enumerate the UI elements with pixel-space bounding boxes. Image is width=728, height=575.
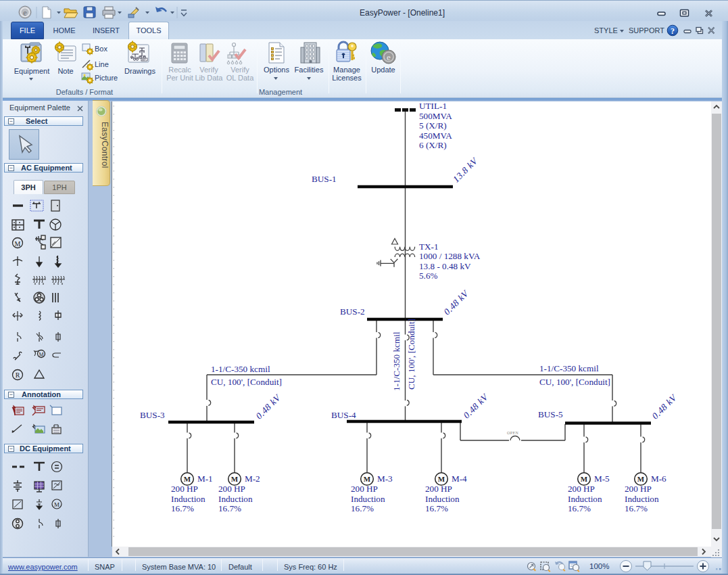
svg-text:16.7%: 16.7% <box>568 503 591 513</box>
svg-text:5 (X/R): 5 (X/R) <box>419 120 447 131</box>
svg-text:M: M <box>15 240 21 248</box>
svg-text:0.48 kV: 0.48 kV <box>462 391 491 420</box>
svg-text:R: R <box>16 371 20 379</box>
svg-text:CU, 100', [Conduit]: CU, 100', [Conduit] <box>539 377 610 387</box>
svg-text:Induction: Induction <box>625 494 659 504</box>
svg-text:6 (X/R): 6 (X/R) <box>419 140 447 150</box>
svg-text:BUS-2: BUS-2 <box>340 306 365 317</box>
svg-text:500MVA: 500MVA <box>419 111 452 121</box>
svg-text:CU, 100', [Conduit]: CU, 100', [Conduit] <box>406 319 416 390</box>
svg-text:1-1/C-350 kcmil: 1-1/C-350 kcmil <box>211 364 270 374</box>
svg-text:M: M <box>438 475 445 483</box>
svg-text:200 HP: 200 HP <box>171 484 198 494</box>
svg-text:Induction: Induction <box>218 494 253 504</box>
svg-text:M-2: M-2 <box>245 474 260 484</box>
svg-text:200 HP: 200 HP <box>425 484 452 494</box>
svg-text:16.7%: 16.7% <box>218 503 241 513</box>
svg-text:200 HP: 200 HP <box>351 484 378 494</box>
svg-text:e: e <box>387 52 391 62</box>
svg-text:BUS-3: BUS-3 <box>140 410 165 420</box>
svg-text:200 HP: 200 HP <box>625 484 652 494</box>
svg-text:BUS-5: BUS-5 <box>538 409 563 419</box>
svg-text:16.7%: 16.7% <box>351 503 374 513</box>
svg-text:1-1/C-350 kcmil: 1-1/C-350 kcmil <box>539 363 599 373</box>
svg-text:Induction: Induction <box>568 494 602 504</box>
svg-text:M: M <box>184 475 191 483</box>
svg-text:BUS-1: BUS-1 <box>312 174 337 184</box>
svg-text:M: M <box>39 352 43 358</box>
svg-text:0.48 kV: 0.48 kV <box>442 288 471 317</box>
svg-text:450MVA: 450MVA <box>419 131 452 141</box>
svg-text:UTIL-1: UTIL-1 <box>419 101 447 111</box>
svg-text:OPEN: OPEN <box>507 431 519 435</box>
svg-text:CU, 100', [Conduit]: CU, 100', [Conduit] <box>211 377 282 387</box>
svg-text:5.6%: 5.6% <box>419 271 437 281</box>
svg-text:1000 / 1288 kVA: 1000 / 1288 kVA <box>419 251 481 261</box>
svg-text:TX-1: TX-1 <box>419 242 439 252</box>
svg-text:M-3: M-3 <box>377 474 393 484</box>
svg-text:200 HP: 200 HP <box>568 484 595 494</box>
svg-text:M-1: M-1 <box>197 474 213 484</box>
svg-text:16.7%: 16.7% <box>425 503 448 513</box>
svg-text:0.48 kV: 0.48 kV <box>650 392 679 421</box>
svg-text:?: ? <box>671 26 675 36</box>
svg-text:M-4: M-4 <box>452 474 467 484</box>
svg-text:M: M <box>364 475 371 483</box>
svg-text:Induction: Induction <box>171 494 205 504</box>
svg-text:M: M <box>231 475 239 483</box>
svg-text:16.7%: 16.7% <box>625 503 648 513</box>
svg-text:13.8 kV: 13.8 kV <box>451 155 480 184</box>
svg-text:Induction: Induction <box>425 494 460 504</box>
svg-text:M-6: M-6 <box>651 474 666 484</box>
svg-text:e: e <box>23 8 26 18</box>
svg-text:M: M <box>54 501 59 508</box>
svg-text:13.8 - 0.48 kV: 13.8 - 0.48 kV <box>419 261 471 271</box>
svg-text:200 HP: 200 HP <box>218 484 245 494</box>
svg-text:M-5: M-5 <box>594 474 610 484</box>
svg-text:BUS-4: BUS-4 <box>331 410 356 420</box>
svg-text:0.48 kV: 0.48 kV <box>254 392 283 421</box>
svg-text:1-1/C-350 kcmil: 1-1/C-350 kcmil <box>391 331 402 391</box>
svg-text:M: M <box>637 475 645 483</box>
svg-text:Induction: Induction <box>351 494 385 504</box>
svg-text:16.7%: 16.7% <box>171 503 194 513</box>
svg-text:M: M <box>581 475 588 483</box>
